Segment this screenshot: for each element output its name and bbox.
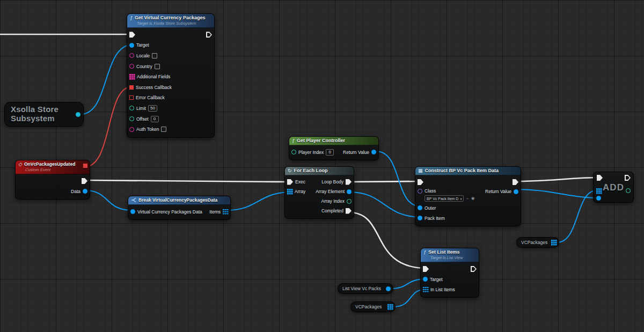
delegate-pin[interactable] xyxy=(83,164,87,168)
exec-in-pin[interactable] xyxy=(418,179,423,185)
offset-pin[interactable] xyxy=(129,116,134,121)
player-index-input[interactable]: 0 xyxy=(326,149,334,156)
array-element-pin[interactable] xyxy=(347,189,352,194)
node-array-add[interactable]: ADD xyxy=(593,172,634,203)
pin-label-success-callback: Success Callback xyxy=(136,85,172,90)
wire-obj-items-to-array xyxy=(228,192,292,210)
additional-fields-pin[interactable] xyxy=(129,74,135,79)
pin-label-return-value: Return Value xyxy=(343,150,369,155)
browse-asset-icon[interactable]: ◉ xyxy=(471,196,475,201)
return-value-pin[interactable] xyxy=(514,189,518,194)
class-pin[interactable] xyxy=(418,189,422,194)
node-title: OnVcPackagesUpdated xyxy=(24,161,75,167)
target-pin[interactable] xyxy=(129,43,134,48)
node-for-each-loop[interactable]: ↻ For Each Loop Exec Loop Body Array Arr… xyxy=(284,166,354,219)
outer-pin[interactable] xyxy=(418,205,422,210)
variable-title: VCPackages xyxy=(355,304,382,309)
pin-label-auth-token: Auth Token xyxy=(136,127,159,132)
variable-output-pin[interactable] xyxy=(386,286,391,291)
wire-obj-returnvalue-to-add xyxy=(516,189,597,198)
wire-exec-construct-to-add xyxy=(516,178,599,181)
class-dropdown[interactable]: BP Vc Pack Item D ▾ xyxy=(425,195,464,202)
error-callback-pin[interactable] xyxy=(129,95,134,100)
offset-value-input[interactable]: 0 xyxy=(151,116,159,122)
node-on-vc-packages-updated[interactable]: ◇ OnVcPackagesUpdated Custom Event Data xyxy=(15,160,90,200)
exec-out-pin[interactable] xyxy=(82,178,87,184)
wire-obj-data-to-break xyxy=(85,190,132,210)
struct-input-pin[interactable] xyxy=(130,209,135,214)
data-pin[interactable] xyxy=(83,189,87,194)
pin-label-array-element: Array Element xyxy=(316,189,345,194)
exec-in-pin[interactable] xyxy=(287,179,293,185)
node-xsolla-store-subsystem[interactable]: Xsolla Store Subsystem xyxy=(4,102,84,127)
function-icon: ƒ xyxy=(423,250,426,255)
exec-in-pin[interactable] xyxy=(423,266,429,272)
exec-out-pin[interactable] xyxy=(206,32,212,38)
exec-out-pin[interactable] xyxy=(625,175,631,181)
variable-title: Xsolla Store Subsystem xyxy=(11,105,58,123)
exec-in-pin[interactable] xyxy=(129,32,135,38)
blueprint-graph-canvas[interactable]: ƒ Get Virtual Currency Packages Target i… xyxy=(0,0,644,332)
node-subtitle: Target is List View xyxy=(430,255,475,260)
target-pin[interactable] xyxy=(423,277,428,282)
pin-label-additional-fields: Additional Fields xyxy=(137,74,170,79)
auth-token-pin[interactable] xyxy=(129,127,134,132)
country-checkbox[interactable] xyxy=(155,64,160,69)
pin-label-return-value: Return Value xyxy=(485,189,511,194)
array-index-pin[interactable] xyxy=(347,199,352,204)
country-pin[interactable] xyxy=(129,64,134,69)
exec-in-pin[interactable] xyxy=(597,175,603,181)
pin-label-completed: Completed xyxy=(321,208,343,213)
use-selected-asset-icon[interactable]: ← xyxy=(465,196,470,201)
pin-label-target: Target xyxy=(136,42,149,48)
items-array-pin[interactable] xyxy=(223,209,228,215)
limit-value-input[interactable]: 50 xyxy=(148,105,157,112)
auth-token-checkbox[interactable] xyxy=(161,127,166,132)
node-break-virtual-currency-packages-data[interactable]: Break VirtualCurrencyPackagesData Virtua… xyxy=(128,196,231,220)
in-list-items-pin[interactable] xyxy=(423,287,428,292)
variable-title: List View Vc Packs xyxy=(342,286,381,291)
wire-exec-loopbody-to-construct xyxy=(349,181,422,182)
loop-icon: ↻ xyxy=(288,168,292,173)
node-title: Get Virtual Currency Packages xyxy=(135,15,205,20)
loop-body-exec-pin[interactable] xyxy=(346,179,352,185)
node-set-list-items[interactable]: ƒ Set List Items Target is List View Tar… xyxy=(420,248,479,298)
node-vcpackages-a[interactable]: VCPackages xyxy=(516,237,559,248)
variable-output-array-pin[interactable] xyxy=(551,240,557,245)
node-title: Get Player Controller xyxy=(297,138,345,143)
wire-obj-xsolla-to-target xyxy=(80,45,133,114)
new-item-pin[interactable] xyxy=(596,196,601,201)
break-struct-icon xyxy=(131,197,136,203)
exec-out-pin[interactable] xyxy=(471,266,477,272)
pin-label-target: Target xyxy=(430,277,443,282)
limit-pin[interactable] xyxy=(129,106,134,110)
node-get-virtual-currency-packages[interactable]: ƒ Get Virtual Currency Packages Target i… xyxy=(127,13,215,138)
node-vcpackages-b[interactable]: VCPackages xyxy=(350,301,396,312)
node-get-player-controller[interactable]: ƒ Get Player Controller Player Index0 Re… xyxy=(289,136,379,160)
exec-out-pin[interactable] xyxy=(513,179,518,185)
pin-label-struct-input: Virtual Currency Packages Data xyxy=(137,209,202,215)
pin-label-player-index: Player Index xyxy=(298,150,324,155)
pin-label-items: Items xyxy=(209,209,221,215)
return-value-pin[interactable] xyxy=(371,150,376,154)
node-title: Set List Items xyxy=(428,249,460,255)
subsystem-output-pin[interactable] xyxy=(76,112,80,117)
pack-item-pin[interactable] xyxy=(418,216,422,220)
node-subtitle: Target is Xsolla Store Subsystem xyxy=(137,21,211,26)
pin-label-array-index: Array Index xyxy=(321,198,345,204)
completed-exec-pin[interactable] xyxy=(346,208,352,214)
player-index-pin[interactable] xyxy=(291,150,296,154)
node-list-view-vc-packs[interactable]: List View Vc Packs xyxy=(338,283,393,294)
variable-output-array-pin[interactable] xyxy=(387,304,393,309)
wire-obj-element-to-packitem xyxy=(349,192,422,217)
pin-label-data: Data xyxy=(71,189,80,194)
locale-checkbox[interactable] xyxy=(152,53,157,58)
node-construct-bp-vc-pack-item-data[interactable]: ▦ Construct BP Vc Pack Item Data Class B… xyxy=(415,166,521,226)
function-icon: ƒ xyxy=(130,16,133,20)
pin-label-error-callback: Error Callback xyxy=(136,95,165,100)
pin-label-pack-item: Pack Item xyxy=(425,216,445,221)
array-pin[interactable] xyxy=(287,189,292,194)
locale-pin[interactable] xyxy=(129,53,134,58)
success-callback-pin[interactable] xyxy=(129,85,134,90)
pin-label-limit: Limit xyxy=(136,106,146,111)
